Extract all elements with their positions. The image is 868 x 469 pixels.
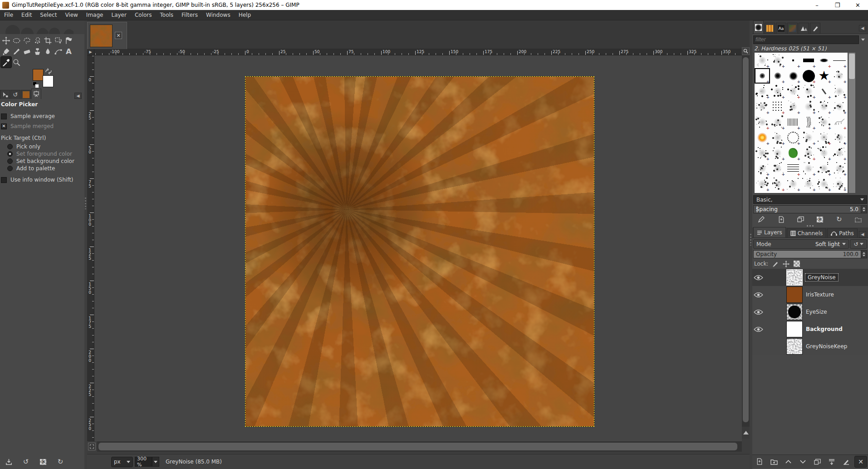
dialog-tab-image-thumbnail[interactable] — [21, 90, 31, 99]
tab-layers[interactable]: Layers — [753, 227, 786, 237]
tool-move[interactable] — [1, 35, 11, 46]
brush-speckle-disc[interactable]: + — [832, 99, 847, 114]
brush-thin-line[interactable]: + — [832, 53, 847, 68]
tool-text[interactable]: A — [64, 46, 74, 57]
zoom-entry[interactable]: 300 % — [135, 457, 152, 467]
brush-chalk-d[interactable]: + — [801, 84, 816, 99]
default-colors-icon[interactable] — [33, 82, 39, 88]
horizontal-scrollbar[interactable] — [97, 441, 742, 452]
menu-windows[interactable]: Windows — [202, 10, 235, 20]
image-tab[interactable]: ✕ — [87, 22, 127, 49]
menu-edit[interactable]: Edit — [17, 10, 36, 20]
brush-ring-dots[interactable]: + — [785, 130, 801, 145]
brush-star[interactable]: ★+ — [816, 68, 832, 84]
brush-dot-tiny[interactable]: + — [785, 53, 801, 68]
brush-hardness-050[interactable]: + — [770, 68, 785, 84]
brush-hardness-100[interactable]: + — [801, 68, 816, 84]
tool-bucket-fill[interactable] — [1, 46, 11, 57]
navigation-button[interactable] — [742, 427, 750, 439]
radio-option[interactable]: Add to palette — [0, 165, 84, 172]
layer-row-EyeSize[interactable]: EyeSize — [752, 303, 868, 321]
dialog-tab-undo-history[interactable]: ↺ — [10, 90, 20, 99]
edit-brush-button[interactable] — [755, 215, 769, 224]
quick-mask-toggle[interactable] — [88, 443, 96, 450]
dock-tab-brushes[interactable] — [753, 20, 764, 34]
zoom-select-arrow[interactable] — [152, 457, 159, 467]
zoom-follow-window-button[interactable] — [742, 47, 750, 55]
tool-eraser[interactable] — [22, 46, 32, 57]
brush-dot-grid[interactable]: + — [770, 99, 785, 114]
tool-free-select[interactable] — [22, 35, 32, 46]
brush-grain-c[interactable]: + — [770, 176, 785, 192]
layer-row-GreyNoiseKeep[interactable]: GreyNoiseKeep — [752, 338, 868, 355]
brush-dashes[interactable]: + — [816, 114, 832, 130]
menu-image[interactable]: Image — [82, 10, 108, 20]
brush-animal-figure[interactable]: + — [832, 114, 847, 130]
tool-paths[interactable] — [53, 46, 64, 57]
layer-visibility-eye-icon[interactable] — [752, 309, 764, 315]
swap-colors-icon[interactable] — [45, 68, 52, 74]
brush-hardness-025[interactable]: + — [755, 68, 770, 84]
brush-bar[interactable]: + — [801, 53, 816, 68]
brush-chalk-c[interactable]: + — [785, 84, 801, 99]
brush-grain-f[interactable]: + — [816, 176, 832, 192]
brush-hardness-075[interactable]: + — [785, 68, 801, 84]
layer-visibility-eye-icon[interactable] — [752, 326, 764, 332]
delete-layer-button[interactable]: ✕ — [855, 456, 867, 467]
brush-confetti[interactable]: + — [755, 99, 770, 114]
brush-texture-a[interactable]: + — [755, 161, 770, 176]
vertical-scrollbar-thumb[interactable] — [743, 57, 749, 422]
radio-option[interactable]: Set background color — [0, 158, 84, 165]
menu-colors[interactable]: Colors — [131, 10, 156, 20]
menu-select[interactable]: Select — [36, 10, 61, 20]
raise-layer-button[interactable] — [783, 456, 794, 467]
layer-mode-select[interactable]: Mode Soft light — [753, 239, 849, 249]
tool-select-by-color[interactable] — [32, 35, 43, 46]
blend-space-button[interactable]: ↺ — [850, 239, 867, 249]
reset-tool-options-button[interactable]: ↻ — [52, 456, 69, 467]
opacity-slider[interactable]: Opacity 100.0 — [753, 250, 861, 258]
brush-bubbles[interactable]: + — [801, 99, 816, 114]
minimize-button[interactable]: – — [807, 0, 827, 10]
dock-tab-document-history[interactable] — [787, 23, 798, 34]
brush-pepper[interactable]: + — [785, 145, 801, 161]
brush-grain-g[interactable]: + — [832, 176, 847, 192]
new-layer-button[interactable] — [754, 456, 765, 467]
dock-tab-fonts[interactable]: Aa — [776, 23, 786, 34]
checkbox-option[interactable]: Sample average — [0, 111, 84, 121]
vertical-ruler[interactable]: 0255075100125150175200225250 — [87, 55, 94, 441]
duplicate-brush-button[interactable] — [794, 215, 807, 224]
brush-scribble-b[interactable]: + — [770, 53, 785, 68]
checkbox-icon[interactable] — [1, 177, 7, 183]
checkbox-option[interactable]: ✕ Sample merged — [0, 121, 84, 131]
filter-dropdown-icon[interactable] — [859, 35, 867, 44]
brush-filter-input[interactable] — [753, 35, 859, 44]
brush-lines-horizontal[interactable]: + — [785, 161, 801, 176]
radio-option[interactable]: Pick only — [0, 143, 84, 150]
save-tool-preset-button[interactable] — [0, 456, 17, 467]
brush-chalk-a[interactable]: + — [755, 84, 770, 99]
panel-menu-button[interactable]: ◀ — [74, 93, 82, 99]
tab-channels[interactable]: Channels — [787, 228, 827, 237]
radio-icon[interactable] — [7, 158, 13, 164]
restore-button[interactable]: ❐ — [827, 0, 848, 10]
layer-link-cell[interactable] — [764, 286, 786, 303]
menu-filters[interactable]: Filters — [177, 10, 202, 20]
dialog-tab-device-status[interactable] — [0, 90, 10, 99]
brush-dash-diagonal[interactable]: + — [816, 84, 832, 99]
menu-layer[interactable]: Layer — [107, 10, 130, 20]
tool-smudge[interactable] — [43, 46, 53, 57]
layer-thumbnail[interactable] — [786, 286, 803, 303]
radio-icon[interactable] — [7, 166, 13, 171]
layer-link-cell[interactable] — [764, 338, 786, 355]
refresh-brushes-button[interactable]: ↻ — [832, 215, 846, 224]
lower-layer-button[interactable] — [797, 456, 809, 467]
brush-fluff-b[interactable]: + — [832, 130, 847, 145]
layer-name[interactable]: EyeSize — [806, 309, 827, 315]
radio-icon[interactable] — [7, 151, 13, 157]
layer-name[interactable]: IrisTexture — [806, 291, 834, 298]
tool-crop[interactable] — [43, 35, 53, 46]
layer-link-cell[interactable] — [764, 269, 786, 286]
tool-ellipse-select[interactable] — [11, 35, 22, 46]
brush-speckle-a[interactable]: + — [816, 99, 832, 114]
